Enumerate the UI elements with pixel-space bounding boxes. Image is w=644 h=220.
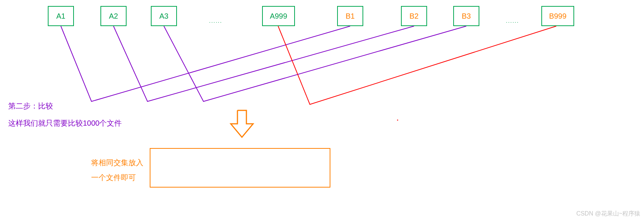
step-label: 第二步：比较: [8, 99, 53, 113]
file-box-a1: A1: [48, 6, 74, 26]
file-box-b3: B3: [453, 6, 479, 26]
file-box-a3: A3: [151, 6, 177, 26]
file-label: B2: [410, 12, 419, 21]
file-label: B1: [346, 12, 355, 21]
ellipsis-a: ......: [209, 18, 222, 24]
file-label: A3: [159, 12, 168, 21]
file-label: A1: [56, 12, 65, 21]
arrow-down-icon: [228, 109, 255, 139]
result-file-box: [150, 148, 330, 188]
file-label: B999: [549, 12, 567, 21]
file-box-a999: A999: [262, 6, 295, 26]
result-label-2: 一个文件即可: [91, 171, 136, 184]
explain-label: 这样我们就只需要比较1000个文件: [8, 116, 122, 130]
file-label: A2: [109, 12, 118, 21]
ellipsis-b: ......: [506, 18, 519, 24]
svg-point-0: [397, 120, 398, 121]
file-label: B3: [462, 12, 471, 21]
file-box-b2: B2: [401, 6, 427, 26]
file-box-b999: B999: [541, 6, 574, 26]
file-label: A999: [270, 12, 287, 21]
file-box-a2: A2: [100, 6, 127, 26]
result-label-1: 将相同交集放入: [91, 156, 143, 169]
file-box-b1: B1: [337, 6, 363, 26]
watermark: CSDN @花果山~程序猿: [576, 210, 640, 218]
